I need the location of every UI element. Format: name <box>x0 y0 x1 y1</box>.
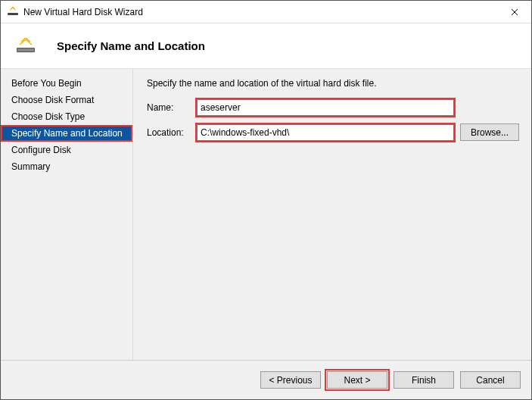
location-label: Location: <box>147 127 191 138</box>
wizard-footer: < Previous Next > Finish Cancel <box>1 360 531 399</box>
name-row: Name: <box>147 99 519 116</box>
wizard-header: Specify Name and Location <box>1 23 531 69</box>
wizard-steps-sidebar: Before You Begin Choose Disk Format Choo… <box>1 69 133 360</box>
name-label: Name: <box>147 102 191 113</box>
svg-rect-0 <box>8 13 18 15</box>
location-input[interactable] <box>197 124 454 141</box>
browse-button[interactable]: Browse... <box>460 123 519 141</box>
next-button[interactable]: Next > <box>327 371 387 389</box>
cancel-button[interactable]: Cancel <box>460 371 521 389</box>
step-summary[interactable]: Summary <box>1 158 132 175</box>
wizard-window: New Virtual Hard Disk Wizard Specify Nam… <box>0 0 532 400</box>
titlebar: New Virtual Hard Disk Wizard <box>1 1 531 23</box>
step-configure-disk[interactable]: Configure Disk <box>1 142 132 158</box>
wizard-content: Specify the name and location of the vir… <box>133 69 531 360</box>
close-button[interactable] <box>497 1 531 23</box>
step-specify-name-location[interactable]: Specify Name and Location <box>1 125 132 142</box>
step-before-you-begin[interactable]: Before You Begin <box>1 75 132 92</box>
app-icon <box>7 6 19 18</box>
svg-rect-2 <box>17 48 34 52</box>
window-title: New Virtual Hard Disk Wizard <box>23 7 497 17</box>
instruction-text: Specify the name and location of the vir… <box>147 78 519 89</box>
step-choose-disk-type[interactable]: Choose Disk Type <box>1 108 132 125</box>
wizard-body: Before You Begin Choose Disk Format Choo… <box>1 69 531 360</box>
disk-icon <box>16 38 36 55</box>
name-input[interactable] <box>197 99 454 116</box>
location-row: Location: Browse... <box>147 123 519 141</box>
previous-button[interactable]: < Previous <box>260 371 321 389</box>
finish-button[interactable]: Finish <box>394 371 454 389</box>
step-choose-disk-format[interactable]: Choose Disk Format <box>1 92 132 108</box>
page-title: Specify Name and Location <box>57 39 205 52</box>
